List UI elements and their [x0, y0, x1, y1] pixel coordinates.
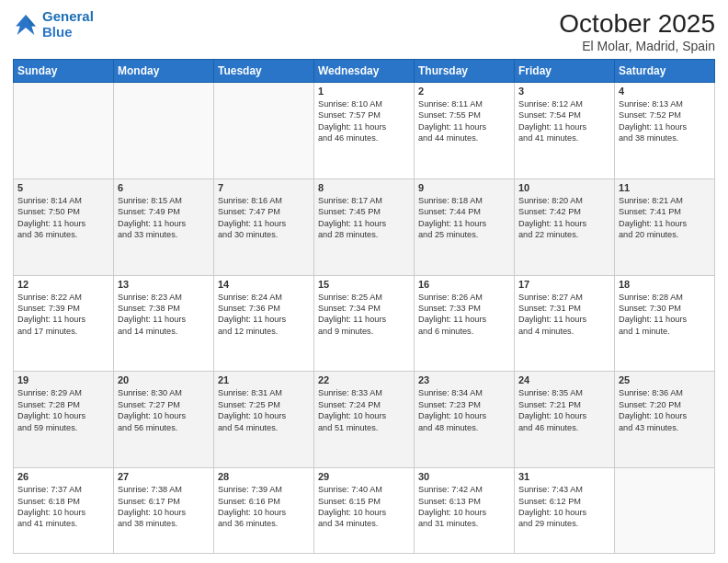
day-number: 11 — [619, 182, 711, 193]
col-header-tuesday: Tuesday — [214, 60, 314, 83]
day-number: 24 — [518, 374, 610, 385]
day-number: 5 — [17, 182, 109, 193]
calendar-header-row: SundayMondayTuesdayWednesdayThursdayFrid… — [14, 60, 715, 83]
day-number: 12 — [17, 279, 109, 290]
day-number: 28 — [218, 471, 310, 482]
day-number: 26 — [17, 471, 109, 482]
calendar-cell: 25Sunrise: 8:36 AM Sunset: 7:20 PM Dayli… — [615, 372, 715, 468]
calendar-cell: 1Sunrise: 8:10 AM Sunset: 7:57 PM Daylig… — [314, 83, 415, 179]
day-info: Sunrise: 8:21 AM Sunset: 7:41 PM Dayligh… — [619, 195, 711, 241]
title-block: October 2025 El Molar, Madrid, Spain — [559, 9, 715, 53]
calendar-week-row: 19Sunrise: 8:29 AM Sunset: 7:28 PM Dayli… — [14, 372, 715, 468]
calendar-week-row: 12Sunrise: 8:22 AM Sunset: 7:39 PM Dayli… — [14, 275, 715, 372]
day-info: Sunrise: 8:36 AM Sunset: 7:20 PM Dayligh… — [619, 387, 711, 433]
calendar-cell: 11Sunrise: 8:21 AM Sunset: 7:41 PM Dayli… — [615, 178, 715, 275]
calendar-cell — [214, 83, 314, 179]
day-info: Sunrise: 7:39 AM Sunset: 6:16 PM Dayligh… — [218, 484, 310, 530]
day-info: Sunrise: 8:34 AM Sunset: 7:23 PM Dayligh… — [418, 387, 510, 433]
calendar-cell — [114, 83, 214, 179]
calendar-cell: 15Sunrise: 8:25 AM Sunset: 7:34 PM Dayli… — [314, 275, 415, 372]
calendar-cell: 26Sunrise: 7:37 AM Sunset: 6:18 PM Dayli… — [14, 468, 114, 554]
calendar-cell: 24Sunrise: 8:35 AM Sunset: 7:21 PM Dayli… — [515, 372, 615, 468]
day-number: 14 — [218, 279, 310, 290]
logo-icon — [13, 12, 39, 38]
day-info: Sunrise: 7:37 AM Sunset: 6:18 PM Dayligh… — [17, 484, 109, 530]
logo-line1: General — [42, 8, 94, 24]
page: General Blue October 2025 El Molar, Madr… — [0, 0, 728, 563]
calendar-cell: 28Sunrise: 7:39 AM Sunset: 6:16 PM Dayli… — [214, 468, 314, 554]
day-number: 6 — [118, 182, 210, 193]
calendar-table: SundayMondayTuesdayWednesdayThursdayFrid… — [13, 59, 715, 554]
day-number: 31 — [518, 471, 610, 482]
day-info: Sunrise: 8:27 AM Sunset: 7:31 PM Dayligh… — [518, 292, 610, 338]
calendar-week-row: 26Sunrise: 7:37 AM Sunset: 6:18 PM Dayli… — [14, 468, 715, 554]
calendar-cell: 22Sunrise: 8:33 AM Sunset: 7:24 PM Dayli… — [314, 372, 415, 468]
col-header-saturday: Saturday — [615, 60, 715, 83]
day-number: 16 — [418, 279, 510, 290]
calendar-cell: 18Sunrise: 8:28 AM Sunset: 7:30 PM Dayli… — [615, 275, 715, 372]
day-info: Sunrise: 8:25 AM Sunset: 7:34 PM Dayligh… — [318, 292, 410, 338]
day-number: 29 — [318, 471, 410, 482]
day-info: Sunrise: 7:40 AM Sunset: 6:15 PM Dayligh… — [318, 484, 410, 530]
calendar-week-row: 5Sunrise: 8:14 AM Sunset: 7:50 PM Daylig… — [14, 178, 715, 275]
day-info: Sunrise: 8:22 AM Sunset: 7:39 PM Dayligh… — [17, 292, 109, 338]
calendar-cell — [615, 468, 715, 554]
day-number: 21 — [218, 374, 310, 385]
day-number: 10 — [518, 182, 610, 193]
logo: General Blue — [13, 9, 94, 40]
day-info: Sunrise: 8:18 AM Sunset: 7:44 PM Dayligh… — [418, 195, 510, 241]
day-info: Sunrise: 8:30 AM Sunset: 7:27 PM Dayligh… — [118, 387, 210, 433]
day-number: 27 — [118, 471, 210, 482]
calendar-cell: 9Sunrise: 8:18 AM Sunset: 7:44 PM Daylig… — [415, 178, 515, 275]
day-info: Sunrise: 8:14 AM Sunset: 7:50 PM Dayligh… — [17, 195, 109, 241]
day-info: Sunrise: 8:33 AM Sunset: 7:24 PM Dayligh… — [318, 387, 410, 433]
header: General Blue October 2025 El Molar, Madr… — [13, 9, 715, 53]
calendar-cell: 20Sunrise: 8:30 AM Sunset: 7:27 PM Dayli… — [114, 372, 214, 468]
day-info: Sunrise: 8:15 AM Sunset: 7:49 PM Dayligh… — [118, 195, 210, 241]
calendar-cell: 30Sunrise: 7:42 AM Sunset: 6:13 PM Dayli… — [415, 468, 515, 554]
day-number: 13 — [118, 279, 210, 290]
calendar-cell: 8Sunrise: 8:17 AM Sunset: 7:45 PM Daylig… — [314, 178, 415, 275]
calendar-week-row: 1Sunrise: 8:10 AM Sunset: 7:57 PM Daylig… — [14, 83, 715, 179]
day-number: 9 — [418, 182, 510, 193]
calendar-cell: 5Sunrise: 8:14 AM Sunset: 7:50 PM Daylig… — [14, 178, 114, 275]
calendar-cell: 31Sunrise: 7:43 AM Sunset: 6:12 PM Dayli… — [515, 468, 615, 554]
calendar-cell: 21Sunrise: 8:31 AM Sunset: 7:25 PM Dayli… — [214, 372, 314, 468]
calendar-cell: 7Sunrise: 8:16 AM Sunset: 7:47 PM Daylig… — [214, 178, 314, 275]
day-info: Sunrise: 8:29 AM Sunset: 7:28 PM Dayligh… — [17, 387, 109, 433]
calendar-cell: 27Sunrise: 7:38 AM Sunset: 6:17 PM Dayli… — [114, 468, 214, 554]
day-number: 22 — [318, 374, 410, 385]
day-info: Sunrise: 8:10 AM Sunset: 7:57 PM Dayligh… — [318, 98, 410, 144]
day-number: 2 — [418, 86, 510, 97]
col-header-thursday: Thursday — [415, 60, 515, 83]
col-header-monday: Monday — [114, 60, 214, 83]
col-header-wednesday: Wednesday — [314, 60, 415, 83]
calendar-cell: 14Sunrise: 8:24 AM Sunset: 7:36 PM Dayli… — [214, 275, 314, 372]
day-number: 19 — [17, 374, 109, 385]
day-info: Sunrise: 8:24 AM Sunset: 7:36 PM Dayligh… — [218, 292, 310, 338]
day-info: Sunrise: 8:16 AM Sunset: 7:47 PM Dayligh… — [218, 195, 310, 241]
day-number: 18 — [619, 279, 711, 290]
month-title: October 2025 — [559, 9, 715, 39]
calendar-cell: 4Sunrise: 8:13 AM Sunset: 7:52 PM Daylig… — [615, 83, 715, 179]
day-info: Sunrise: 8:26 AM Sunset: 7:33 PM Dayligh… — [418, 292, 510, 338]
day-number: 15 — [318, 279, 410, 290]
day-info: Sunrise: 8:11 AM Sunset: 7:55 PM Dayligh… — [418, 98, 510, 144]
calendar-cell: 6Sunrise: 8:15 AM Sunset: 7:49 PM Daylig… — [114, 178, 214, 275]
day-number: 17 — [518, 279, 610, 290]
day-info: Sunrise: 8:20 AM Sunset: 7:42 PM Dayligh… — [518, 195, 610, 241]
day-info: Sunrise: 7:42 AM Sunset: 6:13 PM Dayligh… — [418, 484, 510, 530]
logo-text: General Blue — [42, 9, 94, 40]
calendar-cell: 16Sunrise: 8:26 AM Sunset: 7:33 PM Dayli… — [415, 275, 515, 372]
day-number: 23 — [418, 374, 510, 385]
day-number: 7 — [218, 182, 310, 193]
day-info: Sunrise: 8:23 AM Sunset: 7:38 PM Dayligh… — [118, 292, 210, 338]
day-info: Sunrise: 8:28 AM Sunset: 7:30 PM Dayligh… — [619, 292, 711, 338]
calendar-cell: 19Sunrise: 8:29 AM Sunset: 7:28 PM Dayli… — [14, 372, 114, 468]
calendar-cell — [14, 83, 114, 179]
day-info: Sunrise: 8:35 AM Sunset: 7:21 PM Dayligh… — [518, 387, 610, 433]
day-info: Sunrise: 8:12 AM Sunset: 7:54 PM Dayligh… — [518, 98, 610, 144]
location: El Molar, Madrid, Spain — [559, 39, 715, 53]
calendar-cell: 17Sunrise: 8:27 AM Sunset: 7:31 PM Dayli… — [515, 275, 615, 372]
day-number: 1 — [318, 86, 410, 97]
